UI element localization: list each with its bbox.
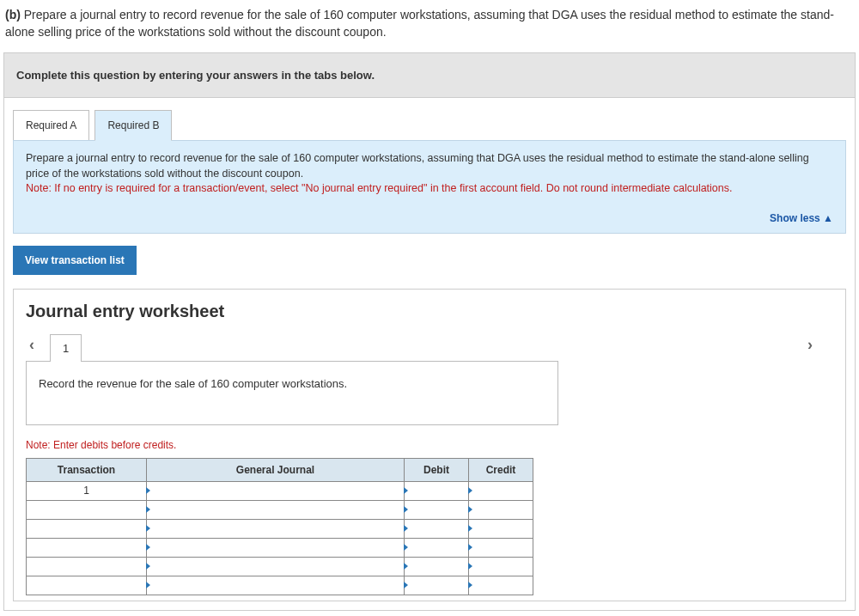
transaction-number-cell	[27, 557, 147, 576]
dropdown-arrow-icon	[404, 487, 408, 494]
debit-input[interactable]	[405, 558, 468, 576]
dropdown-arrow-icon	[404, 563, 408, 570]
credit-cell[interactable]	[469, 500, 533, 519]
transaction-number-cell: 1	[27, 481, 147, 500]
tab-required-b[interactable]: Required B	[94, 110, 172, 141]
dropdown-arrow-icon	[468, 506, 472, 513]
debit-cell[interactable]	[405, 538, 469, 557]
tab-required-a[interactable]: Required A	[13, 110, 89, 141]
question-label: (b)	[5, 8, 21, 21]
answer-container: Complete this question by entering your …	[3, 52, 856, 611]
general-journal-cell[interactable]	[147, 519, 405, 538]
credit-input[interactable]	[469, 558, 533, 576]
question-body: Prepare a journal entry to record revenu…	[5, 8, 834, 39]
transaction-number-cell	[27, 576, 147, 595]
general-journal-cell[interactable]	[147, 557, 405, 576]
credit-input[interactable]	[469, 576, 533, 595]
dropdown-arrow-icon	[146, 563, 150, 570]
table-row	[27, 500, 533, 519]
table-row	[27, 557, 533, 576]
pager-prev-icon[interactable]: ‹	[26, 336, 50, 361]
dropdown-arrow-icon	[468, 487, 472, 494]
dropdown-arrow-icon	[468, 544, 472, 551]
credit-input[interactable]	[469, 520, 533, 538]
requirement-desc-text: Prepare a journal entry to record revenu…	[26, 152, 809, 180]
pager-next-icon[interactable]: ›	[804, 336, 833, 361]
record-instruction-text: Record the revenue for the sale of 160 c…	[39, 377, 347, 390]
col-header-credit: Credit	[469, 458, 533, 481]
dropdown-arrow-icon	[404, 506, 408, 513]
tabs-row: Required A Required B	[4, 98, 855, 141]
debit-cell[interactable]	[405, 519, 469, 538]
credit-cell[interactable]	[469, 557, 533, 576]
general-journal-cell[interactable]	[147, 538, 405, 557]
dropdown-arrow-icon	[146, 544, 150, 551]
journal-entry-table: Transaction General Journal Debit Credit…	[26, 458, 533, 595]
dropdown-arrow-icon	[468, 525, 472, 532]
credit-input[interactable]	[469, 482, 533, 500]
worksheet-title: Journal entry worksheet	[26, 302, 833, 321]
general-journal-cell[interactable]	[147, 500, 405, 519]
credit-input[interactable]	[469, 501, 533, 519]
pager-page-1[interactable]: 1	[50, 334, 82, 362]
caret-up-icon: ▲	[820, 212, 833, 224]
dropdown-arrow-icon	[146, 487, 150, 494]
credit-cell[interactable]	[469, 481, 533, 500]
credit-cell[interactable]	[469, 538, 533, 557]
view-transaction-list-button[interactable]: View transaction list	[13, 246, 137, 275]
credit-cell[interactable]	[469, 519, 533, 538]
account-input[interactable]	[147, 501, 404, 519]
dropdown-arrow-icon	[468, 582, 472, 589]
account-input[interactable]	[147, 539, 404, 557]
account-input[interactable]	[147, 482, 404, 500]
table-row	[27, 576, 533, 595]
debit-cell[interactable]	[405, 481, 469, 500]
credit-input[interactable]	[469, 539, 533, 557]
transaction-number-cell	[27, 500, 147, 519]
debit-cell[interactable]	[405, 557, 469, 576]
debits-credits-note: Note: Enter debits before credits.	[26, 439, 833, 451]
show-less-toggle[interactable]: Show less ▲	[26, 212, 833, 224]
dropdown-arrow-icon	[146, 506, 150, 513]
general-journal-cell[interactable]	[147, 481, 405, 500]
worksheet-pager: ‹ 1 ›	[26, 333, 833, 361]
account-input[interactable]	[147, 520, 404, 538]
dropdown-arrow-icon	[468, 563, 472, 570]
debit-input[interactable]	[405, 520, 468, 538]
debit-cell[interactable]	[405, 576, 469, 595]
requirement-panel: Prepare a journal entry to record revenu…	[13, 140, 846, 234]
general-journal-cell[interactable]	[147, 576, 405, 595]
debit-cell[interactable]	[405, 500, 469, 519]
table-row: 1	[27, 481, 533, 500]
credit-cell[interactable]	[469, 576, 533, 595]
col-header-debit: Debit	[405, 458, 469, 481]
journal-worksheet: Journal entry worksheet ‹ 1 › Record the…	[13, 289, 846, 601]
debit-input[interactable]	[405, 576, 468, 595]
col-header-general-journal: General Journal	[147, 458, 405, 481]
account-input[interactable]	[147, 558, 404, 576]
dropdown-arrow-icon	[404, 544, 408, 551]
table-row	[27, 519, 533, 538]
debit-input[interactable]	[405, 501, 468, 519]
requirement-note: Note: If no entry is required for a tran…	[26, 182, 733, 194]
record-instruction-box: Record the revenue for the sale of 160 c…	[26, 361, 558, 425]
question-prompt: (b) Prepare a journal entry to record re…	[0, 0, 859, 52]
col-header-transaction: Transaction	[27, 458, 147, 481]
transaction-number-cell	[27, 538, 147, 557]
account-input[interactable]	[147, 576, 404, 595]
dropdown-arrow-icon	[404, 525, 408, 532]
requirement-description: Prepare a journal entry to record revenu…	[26, 151, 833, 197]
transaction-number-cell	[27, 519, 147, 538]
table-row	[27, 538, 533, 557]
show-less-label: Show less	[770, 212, 820, 224]
instruction-bar: Complete this question by entering your …	[4, 53, 855, 98]
debit-input[interactable]	[405, 539, 468, 557]
debit-input[interactable]	[405, 482, 468, 500]
dropdown-arrow-icon	[146, 525, 150, 532]
dropdown-arrow-icon	[146, 582, 150, 589]
dropdown-arrow-icon	[404, 582, 408, 589]
